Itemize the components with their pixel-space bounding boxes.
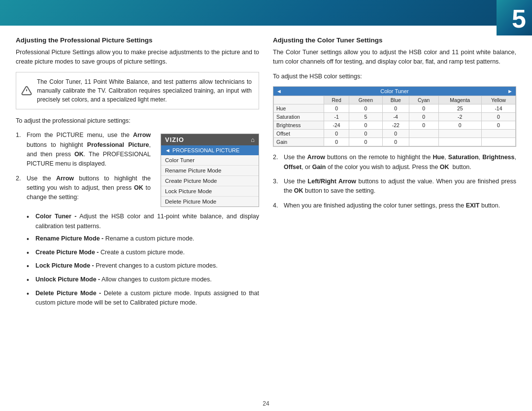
menu-item-4: Lock Picture Mode [161,186,259,197]
bullet-create: • Create Picture Mode - Create a custom … [27,248,259,259]
right-step-3: 4. When you are finished adjusting the c… [273,201,516,210]
hue-green: 0 [349,104,383,113]
bri-red: -24 [324,121,349,130]
right-step-1-content: Use the Arrow buttons on the remote to h… [284,153,516,172]
bullet-dot-4: • [27,261,33,272]
bullet-5-content: Unlock Picture Mode - Allow changes to c… [35,275,259,286]
step-2: 2. Use the Arrow buttons to highlight th… [16,174,151,203]
footer: 24 [0,400,532,407]
menu-item-2: Rename Picture Mode [161,166,259,176]
left-heading: Adjusting the Professional Picture Setti… [16,36,259,44]
sat-magenta: -2 [438,113,481,121]
hue-yellow: -14 [481,104,515,113]
bullet-dot-1: • [27,212,33,231]
bri-green: 0 [349,121,383,130]
bullet-dot-6: • [27,289,33,308]
col-header-yellow: Yellow [481,96,515,104]
table-row-hue: Hue 0 0 0 0 25 -14 [274,104,516,113]
table-row-gain: Gain 0 0 0 [274,138,516,146]
sat-green: 5 [349,113,383,121]
hue-cyan: 0 [409,104,438,113]
step-num-2: 2. [16,174,24,203]
col-header-blue: Blue [382,96,409,104]
right-intro: The Color Tuner settings allow you to ad… [273,48,516,67]
right-step-num-3: 4. [273,201,281,210]
row-label-saturation: Saturation [274,113,324,121]
bullet-dot-2: • [27,234,33,245]
steps-section: VIZIO ⌂ ◄ PROFESSIONAL PICTURE Color Tun… [16,131,259,212]
right-heading: Adjusting the Color Tuner Settings [273,36,516,44]
off-magenta [438,130,481,138]
right-step-1: 2. Use the Arrow buttons on the remote t… [273,153,516,172]
bullet-delete: • Delete Picture Mode - Delete a custom … [27,289,259,308]
sat-cyan: 0 [409,113,438,121]
step-2-content: Use the Arrow buttons to highlight the s… [27,174,151,203]
bri-cyan: 0 [409,121,438,130]
step-1-content: From the PICTURE menu, use the Arrow but… [27,131,151,169]
bullet-2-content: Rename Picture Mode - Rename a custom pi… [35,234,259,245]
footer-page-number: 24 [263,400,269,407]
bullet-4-content: Lock Picture Mode - Prevent changes to a… [35,261,259,272]
home-icon: ⌂ [251,136,255,143]
vizio-logo: VIZIO [165,136,184,143]
right-step-2-content: Use the Left/Right Arrow buttons to adju… [284,177,516,196]
adjust-intro: To adjust the professional picture setti… [16,116,259,126]
sat-red: -1 [324,113,349,121]
warning-text: The Color Tuner, 11 Point White Balance,… [37,78,252,103]
right-step-num-1: 2. [273,153,281,172]
left-column: Adjusting the Professional Picture Setti… [16,36,259,392]
step-num-1: 1. [16,131,24,169]
off-red: 0 [324,130,349,138]
vizio-submenu-header: ◄ PROFESSIONAL PICTURE [161,145,259,155]
right-step-2: 3. Use the Left/Right Arrow buttons to a… [273,177,516,196]
col-header-cyan: Cyan [409,96,438,104]
col-header-green: Green [349,96,383,104]
gain-blue: 0 [382,138,409,146]
off-blue: 0 [382,130,409,138]
content-area: Adjusting the Professional Picture Setti… [0,28,532,397]
color-tuner-header: ◄ Color Tuner ► [273,87,516,96]
gain-cyan [409,138,438,146]
right-steps-list: 2. Use the Arrow buttons on the remote t… [273,153,516,210]
back-arrow: ◄ [165,147,170,153]
vizio-menu-header: VIZIO ⌂ [161,134,259,145]
row-label-offset: Offset [274,130,324,138]
row-label-brightness: Brightness [274,121,324,130]
warning-box: The Color Tuner, 11 Point White Balance,… [16,72,259,109]
color-tuner-table-wrap: ◄ Color Tuner ► Red Green Blue Cyan Mage… [273,86,516,147]
submenu-label: PROFESSIONAL PICTURE [172,147,240,153]
bullet-color-tuner: • Color Tuner - Adjust the HSB color and… [27,212,259,231]
gain-green: 0 [349,138,383,146]
table-row-saturation: Saturation -1 5 -4 0 -2 0 [274,113,516,121]
off-yellow [481,130,515,138]
row-label-hue: Hue [274,104,324,113]
vizio-menu: VIZIO ⌂ ◄ PROFESSIONAL PICTURE Color Tun… [161,134,259,207]
col-header-red: Red [324,96,349,104]
menu-item-5: Delete Picture Mode [161,197,259,206]
right-step-3-content: When you are finished adjusting the colo… [284,201,516,210]
gain-magenta [438,138,481,146]
col-header-magenta: Magenta [438,96,481,104]
hue-blue: 0 [382,104,409,113]
left-intro: Professional Picture Settings allow you … [16,48,259,67]
menu-item-1: Color Tuner [161,155,259,166]
bri-blue: -22 [382,121,409,130]
right-column: Adjusting the Color Tuner Settings The C… [273,36,516,392]
gain-yellow [481,138,515,146]
row-label-gain: Gain [274,138,324,146]
bullet-1-content: Color Tuner - Adjust the HSB color and 1… [35,212,259,231]
bullet-lock: • Lock Picture Mode - Prevent changes to… [27,261,259,272]
sat-blue: -4 [382,113,409,121]
color-tuner-table: Red Green Blue Cyan Magenta Yellow Hue 0… [273,96,516,146]
table-row-brightness: Brightness -24 0 -22 0 0 0 [274,121,516,130]
hsb-intro: To adjust the HSB color settings: [273,72,516,81]
hue-red: 0 [324,104,349,113]
bullet-3-content: Create Picture Mode - Create a custom pi… [35,248,259,259]
color-tuner-right-arrow: ► [507,88,513,94]
off-cyan [409,130,438,138]
hue-magenta: 25 [438,104,481,113]
bullet-unlock: • Unlock Picture Mode - Allow changes to… [27,275,259,286]
bullet-6-content: Delete Picture Mode - Delete a custom pi… [35,289,259,308]
gain-red: 0 [324,138,349,146]
bri-yellow: 0 [481,121,515,130]
